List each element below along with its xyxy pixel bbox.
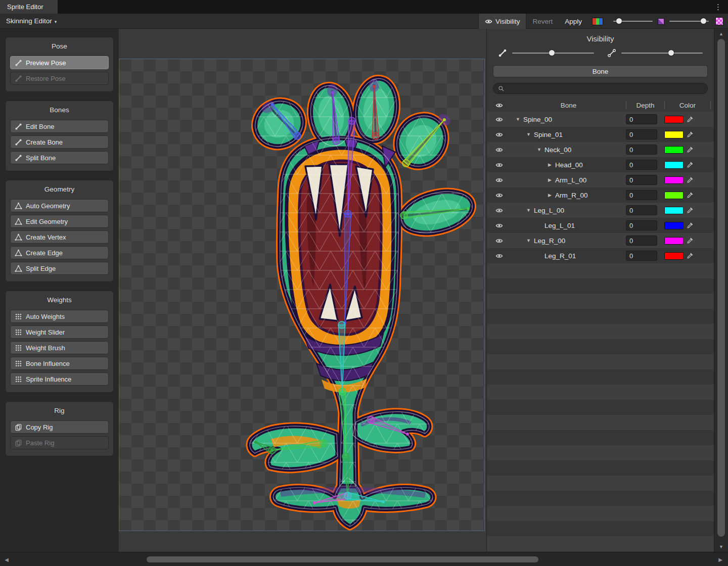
- expand-arrow-icon[interactable]: ▶: [546, 177, 554, 182]
- row-visibility-eye-icon[interactable]: [487, 146, 511, 154]
- split-bone-button[interactable]: Split Bone: [10, 151, 109, 164]
- color-picker-icon[interactable]: [687, 146, 694, 153]
- vertical-scroll-thumb[interactable]: [717, 39, 725, 537]
- bone-color-swatch[interactable]: [664, 237, 684, 245]
- depth-input[interactable]: [626, 220, 657, 230]
- color-picker-icon[interactable]: [687, 237, 694, 244]
- scroll-left-arrow[interactable]: ◀: [0, 552, 13, 566]
- row-visibility-eye-icon[interactable]: [487, 192, 511, 199]
- color-picker-icon[interactable]: [687, 176, 694, 183]
- apply-button[interactable]: Apply: [559, 14, 588, 29]
- bone-color-swatch[interactable]: [664, 222, 684, 229]
- column-header-bone[interactable]: Bone: [511, 101, 626, 109]
- bone-color-swatch[interactable]: [664, 131, 684, 138]
- mesh-overlay-opacity-slider[interactable]: [621, 53, 703, 54]
- expand-arrow-icon[interactable]: ▶: [546, 193, 554, 198]
- row-visibility-eye-icon[interactable]: [487, 116, 511, 123]
- row-visibility-eye-icon[interactable]: [487, 222, 511, 229]
- depth-input[interactable]: [626, 190, 657, 200]
- bone-opacity-slider[interactable]: [613, 21, 653, 22]
- bone-color-swatch[interactable]: [664, 161, 684, 169]
- split-edge-button[interactable]: Split Edge: [10, 262, 109, 275]
- row-visibility-eye-icon[interactable]: [487, 131, 511, 138]
- bone-color-swatch[interactable]: [664, 146, 684, 154]
- color-picker-icon[interactable]: [687, 192, 694, 199]
- preview-pose-button[interactable]: Preview Pose: [10, 56, 109, 69]
- row-visibility-eye-icon[interactable]: [487, 237, 511, 245]
- mesh-opacity-slider[interactable]: [669, 21, 709, 22]
- weight-slider-button[interactable]: Weight Slider: [10, 325, 109, 339]
- bone-color-swatch[interactable]: [664, 252, 684, 260]
- bone-name[interactable]: Head_00: [555, 161, 583, 169]
- slider-knob[interactable]: [616, 18, 622, 24]
- color-picker-icon[interactable]: [687, 222, 694, 229]
- bone-name[interactable]: Spine_00: [523, 116, 552, 123]
- tab-sprite-editor[interactable]: Sprite Editor: [0, 0, 58, 14]
- copy-rig-button[interactable]: Copy Rig: [10, 420, 109, 434]
- collapse-arrow-icon[interactable]: ▼: [525, 208, 532, 213]
- color-picker-icon[interactable]: [687, 116, 694, 123]
- bone-color-swatch[interactable]: [664, 192, 684, 199]
- bone-influence-button[interactable]: Bone Influence: [10, 357, 109, 370]
- collapse-arrow-icon[interactable]: ▼: [525, 132, 532, 137]
- scroll-up-arrow[interactable]: ▲: [714, 30, 728, 38]
- bone-name[interactable]: Leg_R_01: [544, 252, 576, 260]
- create-edge-button[interactable]: Create Edge: [10, 246, 109, 259]
- depth-input[interactable]: [626, 160, 657, 170]
- bone-name[interactable]: Neck_00: [544, 146, 571, 154]
- bone-tab-button[interactable]: Bone: [493, 65, 708, 77]
- color-picker-icon[interactable]: [687, 131, 694, 138]
- bone-color-swatch[interactable]: [664, 116, 684, 123]
- bone-name[interactable]: Arm_R_00: [555, 192, 588, 199]
- weight-brush-button[interactable]: Weight Brush: [10, 341, 109, 354]
- depth-input[interactable]: [626, 145, 657, 155]
- search-field[interactable]: [493, 83, 708, 94]
- color-channels-icon[interactable]: [592, 18, 603, 25]
- slider-knob[interactable]: [549, 50, 555, 56]
- visibility-toggle-button[interactable]: Visibility: [478, 14, 527, 29]
- sprite-canvas[interactable]: [119, 29, 486, 552]
- collapse-arrow-icon[interactable]: ▼: [525, 238, 532, 243]
- depth-input[interactable]: [626, 129, 657, 139]
- bone-color-swatch[interactable]: [658, 18, 664, 25]
- expand-arrow-icon[interactable]: ▶: [546, 162, 554, 167]
- bone-gizmo-opacity-slider[interactable]: [512, 53, 594, 54]
- alpha-checker-icon[interactable]: [715, 17, 723, 25]
- bone-color-swatch[interactable]: [664, 176, 684, 184]
- scroll-right-arrow[interactable]: ▶: [714, 552, 727, 566]
- bone-name[interactable]: Leg_L_01: [544, 222, 575, 229]
- create-vertex-button[interactable]: Create Vertex: [10, 230, 109, 244]
- column-header-color[interactable]: Color: [664, 101, 711, 109]
- bone-name[interactable]: Arm_L_00: [555, 176, 586, 184]
- depth-input[interactable]: [626, 175, 657, 185]
- horizontal-scroll-thumb[interactable]: [147, 556, 538, 562]
- vertical-scrollbar[interactable]: ▲ ▼: [714, 29, 728, 552]
- bone-name[interactable]: Leg_R_00: [534, 237, 565, 245]
- bone-color-swatch[interactable]: [664, 207, 684, 214]
- revert-button[interactable]: Revert: [526, 14, 559, 29]
- row-visibility-eye-icon[interactable]: [487, 176, 511, 184]
- scroll-down-arrow[interactable]: ▼: [714, 543, 728, 551]
- paste-rig-button[interactable]: Paste Rig: [10, 436, 109, 449]
- auto-geometry-button[interactable]: Auto Geometry: [10, 199, 109, 212]
- kebab-menu-icon[interactable]: ⋮: [714, 0, 722, 14]
- depth-input[interactable]: [626, 235, 657, 246]
- depth-input[interactable]: [626, 205, 657, 215]
- bone-name[interactable]: Leg_L_00: [534, 207, 564, 214]
- create-bone-button[interactable]: Create Bone: [10, 135, 109, 149]
- slider-knob[interactable]: [668, 50, 674, 56]
- column-header-depth[interactable]: Depth: [626, 101, 664, 109]
- auto-weights-button[interactable]: Auto Weights: [10, 310, 109, 323]
- row-visibility-eye-icon[interactable]: [487, 161, 511, 169]
- color-picker-icon[interactable]: [687, 207, 694, 214]
- bone-name[interactable]: Spine_01: [534, 131, 563, 138]
- edit-geometry-button[interactable]: Edit Geometry: [10, 215, 109, 228]
- color-picker-icon[interactable]: [687, 252, 694, 259]
- search-input[interactable]: [508, 85, 703, 92]
- sprite-influence-button[interactable]: Sprite Influence: [10, 372, 109, 386]
- skinned-sprite[interactable]: [119, 59, 484, 531]
- collapse-arrow-icon[interactable]: ▼: [535, 147, 543, 152]
- slider-knob[interactable]: [701, 18, 706, 24]
- color-picker-icon[interactable]: [687, 161, 694, 168]
- depth-input[interactable]: [626, 114, 657, 124]
